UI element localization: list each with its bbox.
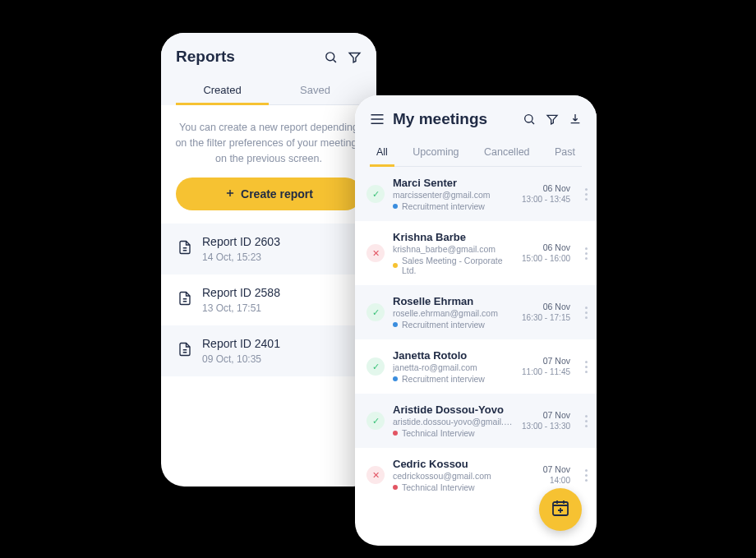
- more-icon[interactable]: [580, 188, 592, 201]
- filter-icon[interactable]: [546, 113, 559, 126]
- meeting-row[interactable]: ✓ Janetta Rotolo janetta-ro@gmail.com Re…: [355, 339, 597, 394]
- more-icon[interactable]: [580, 415, 592, 427]
- meetings-title: My meetings: [393, 110, 487, 128]
- meeting-type: Sales Meeting - Corporate Ltd.: [393, 256, 514, 275]
- search-icon[interactable]: [523, 113, 536, 126]
- meetings-screen: My meetings All Upcoming Cancelled Past: [355, 95, 597, 546]
- report-date: 09 Oct, 10:35: [202, 353, 280, 365]
- svg-point-0: [326, 52, 334, 60]
- report-id: Report ID 2401: [202, 337, 280, 350]
- report-id: Report ID 2603: [202, 235, 280, 248]
- meeting-time: 07 Nov 11:00 - 11:45: [522, 355, 572, 379]
- meeting-type: Technical Interview: [393, 428, 514, 438]
- report-date: 14 Oct, 15:23: [202, 251, 280, 263]
- filter-icon[interactable]: [348, 50, 362, 64]
- document-icon: [177, 290, 192, 310]
- reports-info: You can create a new report depending on…: [161, 105, 376, 178]
- create-report-button[interactable]: Create report: [176, 178, 362, 210]
- status-badge: ✓: [366, 412, 385, 430]
- search-icon[interactable]: [324, 50, 338, 64]
- reports-title: Reports: [176, 48, 235, 66]
- report-row[interactable]: Report ID 2588 13 Oct, 17:51: [161, 274, 376, 325]
- svg-line-8: [532, 122, 534, 124]
- meeting-row[interactable]: ✓ Marci Senter marcissenter@gmail.com Re…: [355, 167, 597, 221]
- meeting-time: 07 Nov 14:00: [543, 463, 572, 487]
- meeting-time: 06 Nov 16:30 - 17:15: [522, 301, 572, 325]
- menu-icon[interactable]: [370, 113, 385, 125]
- meeting-type: Recruitment interview: [393, 374, 514, 384]
- create-report-label: Create report: [241, 187, 313, 201]
- meeting-email: janetta-ro@gmail.com: [393, 362, 514, 372]
- meeting-row[interactable]: ✓ Aristide Dossou-Yovo aristide.dossou-y…: [355, 394, 597, 448]
- tab-cancelled[interactable]: Cancelled: [477, 140, 537, 166]
- reports-tabs: Created Saved: [176, 77, 362, 105]
- status-badge: ✓: [366, 357, 385, 376]
- status-badge: ✓: [366, 303, 385, 321]
- meeting-name: Aristide Dossou-Yovo: [393, 404, 514, 416]
- more-icon[interactable]: [580, 247, 592, 260]
- document-icon: [177, 341, 192, 361]
- more-icon[interactable]: [580, 361, 592, 373]
- add-meeting-button[interactable]: [539, 488, 582, 531]
- tab-all[interactable]: All: [370, 140, 394, 166]
- report-row[interactable]: Report ID 2603 14 Oct, 15:23: [161, 224, 376, 274]
- meetings-list: ✓ Marci Senter marcissenter@gmail.com Re…: [355, 167, 597, 502]
- meeting-email: cedrickossou@gmail.com: [393, 471, 535, 481]
- meeting-type: Recruitment interview: [393, 201, 514, 211]
- meeting-type: Technical Interview: [393, 482, 535, 492]
- document-icon: [177, 239, 192, 259]
- reports-list: Report ID 2603 14 Oct, 15:23 Report ID 2…: [161, 224, 376, 376]
- meeting-time: 07 Nov 13:00 - 13:30: [522, 409, 572, 433]
- plus-icon: [224, 187, 236, 201]
- meeting-row[interactable]: ✓ Roselle Ehrman roselle.ehrman@gmail.co…: [355, 285, 597, 339]
- tab-created[interactable]: Created: [176, 77, 269, 104]
- reports-screen: Reports Created Saved You can create a n…: [161, 33, 376, 487]
- tab-past[interactable]: Past: [548, 140, 582, 166]
- meeting-time: 06 Nov 13:00 - 13:45: [522, 182, 572, 206]
- svg-point-7: [525, 115, 532, 122]
- svg-line-1: [334, 59, 336, 62]
- tab-saved[interactable]: Saved: [269, 77, 362, 104]
- meetings-header: My meetings All Upcoming Cancelled Past: [355, 95, 597, 167]
- meeting-name: Marci Senter: [393, 177, 514, 189]
- meeting-email: marcissenter@gmail.com: [393, 190, 514, 200]
- meeting-email: aristide.dossou-yovo@gmail.com: [393, 417, 514, 427]
- meeting-name: Krishna Barbe: [393, 231, 514, 243]
- report-date: 13 Oct, 17:51: [202, 302, 280, 314]
- tab-upcoming[interactable]: Upcoming: [406, 140, 465, 166]
- meeting-type: Recruitment interview: [393, 320, 514, 330]
- status-badge: ✕: [366, 244, 385, 262]
- meeting-name: Cedric Kossou: [393, 458, 535, 470]
- meeting-row[interactable]: ✕ Krishna Barbe krishna_barbe@gmail.com …: [355, 221, 597, 285]
- meeting-name: Roselle Ehrman: [393, 295, 514, 307]
- meeting-name: Janetta Rotolo: [393, 349, 514, 362]
- meetings-tabs: All Upcoming Cancelled Past: [370, 140, 582, 167]
- calendar-plus-icon: [551, 498, 570, 521]
- status-badge: ✓: [366, 185, 385, 203]
- more-icon[interactable]: [580, 469, 592, 482]
- meeting-email: krishna_barbe@gmail.com: [393, 244, 514, 254]
- meeting-email: roselle.ehrman@gmail.com: [393, 308, 514, 318]
- download-icon[interactable]: [569, 113, 582, 126]
- reports-header: Reports Created Saved: [161, 33, 376, 105]
- status-badge: ✕: [366, 466, 385, 484]
- report-id: Report ID 2588: [202, 286, 280, 299]
- more-icon[interactable]: [580, 307, 592, 319]
- meeting-time: 06 Nov 15:00 - 16:00: [522, 242, 572, 265]
- report-row[interactable]: Report ID 2401 09 Oct, 10:35: [161, 325, 376, 376]
